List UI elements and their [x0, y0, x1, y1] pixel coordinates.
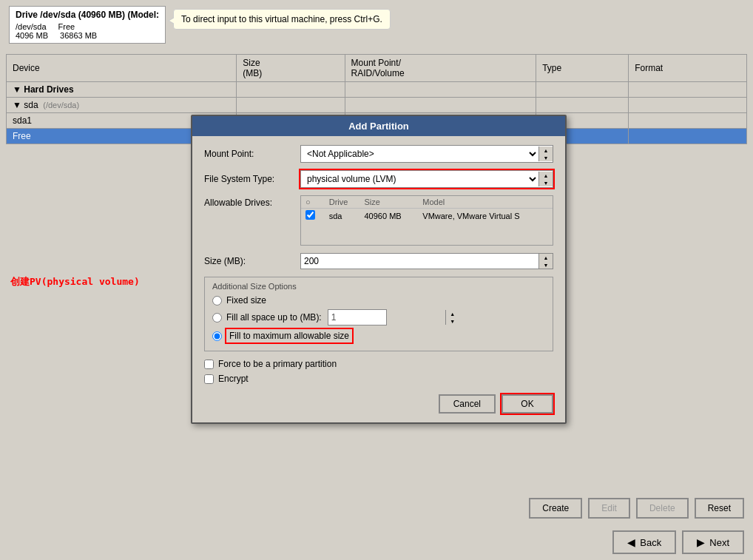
mount-point-row: Mount Point: <Not Applicable> ▲ ▼ [204, 145, 553, 163]
allowable-drives-row: Allowable Drives: ○ Drive Size Model [204, 195, 553, 246]
fill-max-label: Fill to maximum allowable size [229, 331, 349, 341]
nav-bar: ◀ Back ▶ Next [612, 530, 744, 554]
drive-col1-val: 4096 MB [16, 31, 48, 40]
table-row[interactable]: ▼ sda (/dev/sda) [7, 98, 747, 113]
size-label: Size (MB): [204, 256, 300, 266]
fill-all-text: Fill all space up to (MB): [226, 312, 322, 323]
hard-drives-label: ▼ Hard Drives [7, 82, 237, 98]
fs-type-down[interactable]: ▼ [539, 179, 553, 186]
ok-button[interactable]: OK [502, 394, 553, 414]
next-button[interactable]: ▶ Next [682, 530, 744, 554]
delete-button[interactable]: Delete [636, 498, 689, 519]
fixed-size-label: Fixed size [226, 295, 266, 306]
drive-model: VMware, VMware Virtual S [418, 209, 553, 223]
col-check: ○ [301, 196, 325, 209]
add-partition-dialog: Add Partition Mount Point: <Not Applicab… [191, 115, 567, 424]
fs-type-select[interactable]: physical volume (LVM) ext4 ext3 swap xfs [301, 171, 538, 187]
tooltip-balloon: To direct input to this virtual machine,… [173, 9, 391, 30]
col-format: Format [629, 55, 747, 82]
size-control: ▲ ▼ [300, 253, 553, 269]
col-size-h: Size [359, 196, 418, 209]
drives-header-row: ○ Drive Size Model [301, 196, 553, 209]
mount-point-up[interactable]: ▲ [539, 146, 553, 154]
force-primary-checkbox[interactable] [204, 360, 214, 369]
drive-info-row2: 4096 MB 36863 MB [16, 31, 159, 40]
force-primary-row: Force to be a primary partition [204, 359, 553, 369]
fs-type-spin: ▲ ▼ [538, 172, 553, 186]
back-button[interactable]: ◀ Back [612, 530, 676, 554]
fixed-size-row: Fixed size [212, 295, 545, 306]
col-mount: Mount Point/RAID/Volume [345, 55, 536, 82]
allowable-drives-label: Allowable Drives: [204, 195, 300, 208]
fs-type-label: File System Type: [204, 174, 300, 184]
drive-checkbox[interactable] [305, 210, 315, 220]
fill-all-spin: ▲ ▼ [445, 310, 459, 325]
col-type: Type [536, 55, 629, 82]
allowable-drives-table-wrap: ○ Drive Size Model sda 40960 MB VMware, … [300, 195, 553, 246]
sda-label: ▼ sda (/dev/sda) [7, 98, 237, 113]
next-label: Next [709, 537, 729, 548]
tooltip-text: To direct input to this virtual machine,… [181, 14, 382, 24]
size-down[interactable]: ▼ [539, 261, 553, 269]
encrypt-label: Encrypt [218, 374, 249, 384]
table-header-row: Device Size(MB) Mount Point/RAID/Volume … [7, 55, 747, 82]
encrypt-checkbox[interactable] [204, 374, 214, 384]
mount-point-control: <Not Applicable> ▲ ▼ [300, 145, 553, 163]
dialog-body: Mount Point: <Not Applicable> ▲ ▼ File S… [192, 136, 565, 422]
drives-empty-row [301, 223, 553, 245]
create-button[interactable]: Create [529, 498, 582, 519]
fill-all-radio[interactable] [212, 313, 222, 323]
mount-point-label: Mount Point: [204, 149, 300, 159]
annotation-text: 创建PV(physical volume) [10, 275, 140, 289]
mount-point-down[interactable]: ▼ [539, 154, 553, 161]
size-input-wrap: ▲ ▼ [300, 253, 553, 269]
reset-button[interactable]: Reset [695, 498, 744, 519]
col-model: Model [418, 196, 553, 209]
drive-info-box: Drive /dev/sda (40960 MB) (Model: /dev/s… [9, 6, 166, 44]
drive-col1-label: /dev/sda [16, 22, 47, 31]
drive-name: sda [325, 209, 360, 223]
col-drive: Drive [325, 196, 360, 209]
fs-type-up[interactable]: ▲ [539, 172, 553, 179]
back-label: Back [640, 537, 661, 548]
dialog-buttons: Cancel OK [204, 388, 553, 414]
fill-all-label: Fill all space up to (MB): [226, 312, 322, 323]
fill-max-row: Fill to maximum allowable size [212, 329, 545, 343]
drive-size: 40960 MB [359, 209, 418, 223]
size-up[interactable]: ▲ [539, 254, 553, 261]
drive-col2-label: Free [58, 22, 75, 31]
mount-point-select[interactable]: <Not Applicable> [301, 146, 538, 162]
mount-point-select-wrap[interactable]: <Not Applicable> ▲ ▼ [300, 145, 553, 163]
fs-type-control: physical volume (LVM) ext4 ext3 swap xfs… [300, 170, 553, 188]
fixed-size-radio[interactable] [212, 296, 222, 306]
col-size: Size(MB) [237, 55, 345, 82]
action-bar: Create Edit Delete Reset [529, 498, 744, 519]
next-arrow-icon: ▶ [697, 536, 705, 548]
fill-max-box: Fill to maximum allowable size [226, 329, 352, 343]
fill-all-up[interactable]: ▲ [446, 310, 459, 317]
encrypt-text: Encrypt [218, 374, 249, 384]
force-primary-label: Force to be a primary partition [218, 359, 337, 369]
fill-all-input[interactable] [328, 310, 445, 325]
fs-type-select-wrap[interactable]: physical volume (LVM) ext4 ext3 swap xfs… [300, 170, 553, 188]
fill-all-input-wrap: ▲ ▼ [328, 309, 387, 325]
table-row[interactable]: ▼ Hard Drives [7, 82, 747, 98]
cancel-button[interactable]: Cancel [439, 394, 496, 414]
additional-size-title: Additional Size Options [212, 282, 545, 291]
top-bar: Drive /dev/sda (40960 MB) (Model: /dev/s… [0, 0, 753, 50]
additional-size-group: Additional Size Options Fixed size Fill … [204, 277, 553, 351]
edit-button[interactable]: Edit [588, 498, 630, 519]
fill-all-row: Fill all space up to (MB): ▲ ▼ [212, 309, 545, 325]
dialog-title: Add Partition [192, 116, 565, 136]
size-input[interactable] [301, 254, 538, 269]
drive-info-row: /dev/sda Free [16, 22, 159, 31]
size-row: Size (MB): ▲ ▼ [204, 253, 553, 269]
fill-all-down[interactable]: ▼ [446, 317, 459, 325]
back-arrow-icon: ◀ [627, 536, 635, 548]
fill-max-radio[interactable] [212, 331, 222, 341]
drive-col2-val: 36863 MB [60, 31, 97, 40]
size-spin: ▲ ▼ [538, 254, 553, 269]
fs-type-row: File System Type: physical volume (LVM) … [204, 170, 553, 188]
drive-title: Drive /dev/sda (40960 MB) (Model: [16, 10, 159, 20]
drives-row[interactable]: sda 40960 MB VMware, VMware Virtual S [301, 209, 553, 223]
